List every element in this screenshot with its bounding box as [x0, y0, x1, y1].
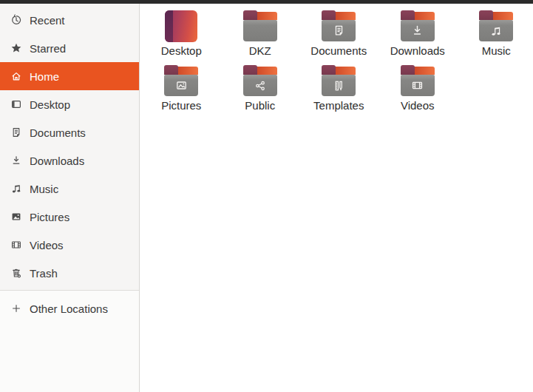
sidebar-item-label: Trash — [30, 267, 58, 280]
recent-icon — [10, 14, 22, 26]
file-item-desktop[interactable]: Desktop — [142, 9, 221, 64]
template-glyph-icon — [332, 79, 345, 92]
sidebar-item-documents[interactable]: Documents — [0, 118, 139, 146]
sidebar-item-label: Starred — [30, 42, 66, 55]
sidebar-item-trash[interactable]: Trash — [0, 259, 139, 287]
document-glyph-icon — [332, 24, 346, 38]
file-item-label: Templates — [313, 99, 364, 112]
sidebar-item-desktop[interactable]: Desktop — [0, 90, 139, 118]
file-item-public[interactable]: Public — [221, 64, 300, 118]
file-grid: Desktop DKZ — [140, 4, 533, 118]
file-item-label: Public — [245, 99, 275, 112]
share-glyph-icon — [254, 79, 267, 92]
file-item-label: Downloads — [390, 44, 445, 57]
folder-public-icon — [242, 65, 278, 98]
sidebar-item-label: Desktop — [30, 98, 70, 111]
sidebar-item-music[interactable]: Music — [0, 175, 139, 203]
music-icon — [10, 183, 22, 195]
sidebar-item-label: Music — [30, 183, 58, 195]
file-item-templates[interactable]: Templates — [299, 64, 378, 118]
home-icon — [10, 70, 22, 82]
file-item-label: Documents — [310, 44, 367, 57]
file-item-downloads[interactable]: Downloads — [378, 9, 458, 64]
documents-icon — [10, 126, 22, 138]
music-note-glyph-icon — [489, 24, 503, 38]
pictures-icon — [10, 211, 22, 223]
file-item-music[interactable]: Music — [457, 9, 533, 64]
file-item-documents[interactable]: Documents — [299, 9, 378, 64]
sidebar-item-label: Documents — [30, 126, 86, 139]
file-item-dkz[interactable]: DKZ — [221, 9, 300, 64]
folder-icon — [242, 10, 278, 43]
folder-downloads-icon — [400, 10, 435, 43]
file-item-videos[interactable]: Videos — [378, 64, 458, 118]
photo-glyph-icon — [174, 78, 189, 92]
file-view[interactable]: Desktop DKZ — [140, 4, 533, 392]
videos-icon — [10, 239, 22, 251]
sidebar-item-label: Pictures — [30, 211, 69, 223]
file-item-label: Music — [482, 44, 511, 57]
sidebar-item-label: Videos — [30, 239, 64, 251]
sidebar-item-videos[interactable]: Videos — [0, 231, 139, 259]
desktop-gradient-icon — [163, 10, 199, 43]
sidebar-item-label: Other Locations — [30, 303, 108, 315]
download-arrow-glyph-icon — [410, 24, 424, 38]
sidebar-item-starred[interactable]: Starred — [0, 34, 139, 62]
sidebar-item-label: Recent — [30, 14, 65, 27]
desktop-icon — [10, 98, 22, 110]
sidebar-bottom-section: Other Locations — [0, 291, 139, 392]
sidebar-places-list: Recent Starred Home — [0, 4, 139, 287]
sidebar-item-home[interactable]: Home — [0, 62, 139, 90]
sidebar-item-pictures[interactable]: Pictures — [0, 203, 139, 231]
folder-templates-icon — [321, 65, 356, 98]
file-item-pictures[interactable]: Pictures — [142, 64, 221, 118]
folder-music-icon — [478, 10, 514, 43]
file-item-label: Desktop — [161, 44, 202, 57]
sidebar-item-label: Home — [30, 70, 59, 83]
starred-icon — [10, 42, 22, 54]
file-item-label: Pictures — [161, 99, 201, 112]
filmstrip-glyph-icon — [410, 78, 424, 92]
trash-icon — [10, 267, 22, 279]
file-item-label: Videos — [401, 99, 435, 112]
sidebar-item-other-locations[interactable]: Other Locations — [0, 294, 139, 322]
folder-pictures-icon — [163, 65, 199, 98]
plus-icon — [10, 303, 22, 314]
downloads-icon — [10, 155, 22, 166]
sidebar: Recent Starred Home — [0, 4, 140, 392]
sidebar-item-recent[interactable]: Recent — [0, 6, 139, 34]
sidebar-item-downloads[interactable]: Downloads — [0, 146, 139, 175]
folder-videos-icon — [400, 65, 435, 98]
file-item-label: DKZ — [249, 44, 271, 57]
files-window: Recent Starred Home — [0, 0, 533, 392]
folder-documents-icon — [321, 10, 356, 43]
sidebar-item-label: Downloads — [30, 155, 84, 167]
